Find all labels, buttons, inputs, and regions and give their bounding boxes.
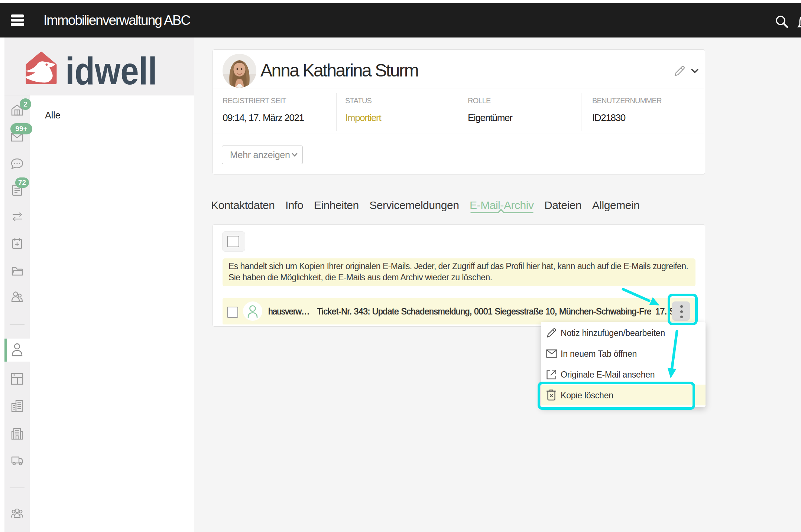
svg-text:idwell: idwell [65, 52, 157, 86]
